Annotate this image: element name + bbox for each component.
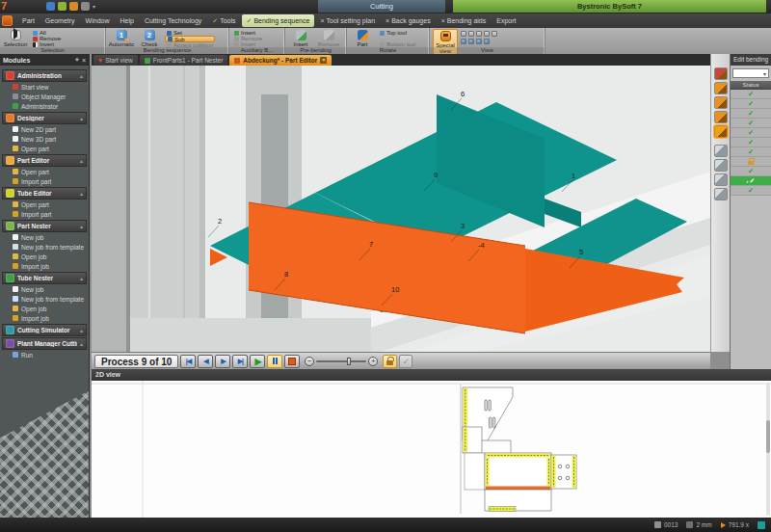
redo-icon[interactable] [81, 2, 90, 11]
sidebar-item-open-job[interactable]: Open job [0, 304, 89, 313]
menu-item-tools[interactable]: ✓Tools [207, 14, 240, 27]
bend-number-label[interactable]: 1 [572, 172, 575, 180]
chevron-up-icon[interactable]: ▴ [80, 327, 83, 333]
rotate-part-button[interactable]: Part [350, 29, 375, 47]
lock-button[interactable] [383, 355, 397, 368]
rotate-up-icon[interactable] [714, 82, 728, 94]
view-mode-chip[interactable] [758, 521, 765, 529]
chevron-up-icon[interactable]: ▴ [80, 190, 83, 197]
close-icon[interactable]: × [82, 57, 86, 64]
sidebar-item-start-view[interactable]: Start view [0, 82, 89, 92]
doc-tab-start-view[interactable]: ♥ Start view [93, 55, 138, 66]
top-view-icon[interactable] [714, 188, 728, 200]
menu-item-back-gauges[interactable]: ×Back gauges [381, 14, 436, 27]
menu-item-help[interactable]: Help [115, 14, 138, 27]
step-forward-button[interactable]: ▶ [215, 355, 230, 368]
bend-step-row-10[interactable]: ›✓ [731, 176, 771, 186]
view-sphere-icon[interactable] [468, 39, 474, 44]
sidebar-item-run[interactable]: Run [0, 350, 89, 359]
sidebar-item-import-job[interactable]: Import job [0, 261, 89, 271]
sidebar-section-part-editor[interactable]: Part Editor▴ [2, 154, 87, 167]
sidebar-item-object-manager[interactable]: Object Manager [0, 92, 89, 101]
sidebar-item-import-job[interactable]: Import job [0, 313, 89, 323]
bend-step-row-8[interactable] [731, 157, 771, 167]
sidebar-item-open-job[interactable]: Open job [0, 252, 89, 261]
bend-step-row-3[interactable]: ✓ [731, 109, 771, 119]
3d-viewport[interactable]: 26913-457810 [92, 66, 710, 352]
sidebar-item-new-job[interactable]: New job [0, 284, 89, 294]
sidebar-section-tube-editor[interactable]: Tube Editor▴ [2, 187, 87, 200]
new-icon[interactable] [58, 2, 66, 11]
iso-view-icon[interactable] [714, 145, 728, 157]
bend-step-row-4[interactable]: ✓ [731, 119, 771, 128]
menu-item-bending-aids[interactable]: ×Bending aids [437, 14, 492, 27]
bend-number-label[interactable]: 10 [391, 285, 399, 294]
chevron-up-icon[interactable]: ▴ [80, 115, 83, 121]
view-preset-icon[interactable] [492, 31, 497, 37]
sidebar-item-new-3d-part[interactable]: New 3D part [0, 134, 89, 144]
sidebar-item-open-part[interactable]: Open part [0, 200, 89, 209]
rotate-top-tool-button[interactable]: Top tool [378, 30, 417, 36]
skip-start-button[interactable]: |◀ [180, 355, 196, 368]
view-preset-icon[interactable] [484, 31, 490, 37]
menu-item-part[interactable]: Part [17, 14, 40, 27]
bend-number-label[interactable]: 8 [284, 270, 288, 279]
bend-number-label[interactable]: 6 [461, 90, 465, 98]
sidebar-item-new-job-from-template[interactable]: New job from template [0, 294, 89, 304]
pause-button[interactable] [267, 355, 282, 368]
chevron-up-icon[interactable]: ▴ [80, 72, 83, 79]
view-sphere-icon[interactable] [484, 39, 490, 44]
chevron-up-icon[interactable]: ▴ [80, 223, 83, 229]
menu-item-export[interactable]: Export [492, 14, 520, 27]
bend-step-row-6[interactable]: ✓ [731, 138, 771, 147]
workspace-tab-bend[interactable]: Bystronic BySoft 7 [453, 0, 766, 13]
side-view-icon[interactable] [714, 173, 728, 186]
sidebar-item-new-job-from-template[interactable]: New job from template [0, 242, 89, 252]
automatic-button[interactable]: 1★ Automatic [109, 29, 134, 47]
bend-number-label[interactable]: 2 [218, 217, 222, 226]
sidebar-section-administration[interactable]: Administration▴ [2, 69, 87, 82]
step-back-button[interactable]: ◀ [198, 355, 213, 368]
menu-item-geometry[interactable]: Geometry [40, 14, 80, 27]
slider-plus-icon[interactable]: + [368, 357, 378, 366]
2d-view[interactable] [92, 381, 771, 518]
scrollbar[interactable] [766, 383, 770, 516]
bend-step-row-5[interactable]: ✓ [731, 128, 771, 138]
sidebar-item-open-part[interactable]: Open part [0, 167, 89, 176]
view-3d-icon[interactable] [714, 67, 728, 80]
undo-icon[interactable] [69, 2, 78, 11]
slider-track[interactable] [316, 360, 366, 362]
save-icon[interactable] [46, 2, 55, 11]
slider-thumb[interactable] [347, 358, 351, 365]
chevron-up-icon[interactable]: ▴ [80, 157, 83, 164]
sidebar-item-new-job[interactable]: New job [0, 232, 89, 242]
special-view-icon[interactable] [714, 125, 728, 138]
sidebar-section-plant-manager-cutting[interactable]: Plant Manager Cutting▴ [2, 337, 87, 350]
bend-step-row-7[interactable]: ✓ [731, 147, 771, 157]
bend-step-row-1[interactable]: ✓ [731, 90, 771, 99]
view-sphere-icon[interactable] [461, 39, 466, 44]
sidebar-item-administrator[interactable]: Administrator [0, 101, 89, 111]
play-button[interactable]: ▶ [250, 355, 265, 368]
chevron-up-icon[interactable]: ▴ [80, 340, 83, 347]
pin-icon[interactable]: ⌖ [75, 56, 79, 64]
stop-button[interactable] [284, 355, 300, 368]
rotate-down-icon[interactable] [714, 96, 728, 109]
menu-item-cutting-technology[interactable]: Cutting Technology [140, 14, 206, 27]
view-sphere-icon[interactable] [476, 39, 482, 44]
sidebar-section-cutting-simulator[interactable]: Cutting Simulator▴ [2, 324, 87, 336]
workspace-tab-cutting[interactable]: Cutting [318, 0, 445, 13]
bend-step-row-11[interactable]: ✓ [731, 186, 771, 196]
menu-item-tool-setting-plan[interactable]: ×Tool setting plan [315, 14, 380, 27]
bend-step-row-2[interactable]: ✓ [731, 99, 771, 109]
menu-item-window[interactable]: Window [81, 14, 115, 27]
sub-button[interactable]: Sub [165, 36, 215, 42]
application-menu-button[interactable] [2, 15, 13, 26]
bend-number-label[interactable]: 9 [434, 171, 438, 179]
menu-item-bending-sequence[interactable]: ✓Bending sequence [242, 14, 315, 27]
skip-end-button[interactable]: ▶| [232, 355, 248, 368]
bend-number-label[interactable]: 7 [369, 240, 373, 249]
slider-minus-icon[interactable]: − [305, 357, 314, 366]
doc-tab-part-nester[interactable]: FrontParts1 - Part Nester [140, 55, 228, 66]
prebending-remove-button[interactable]: Remove [316, 29, 341, 47]
